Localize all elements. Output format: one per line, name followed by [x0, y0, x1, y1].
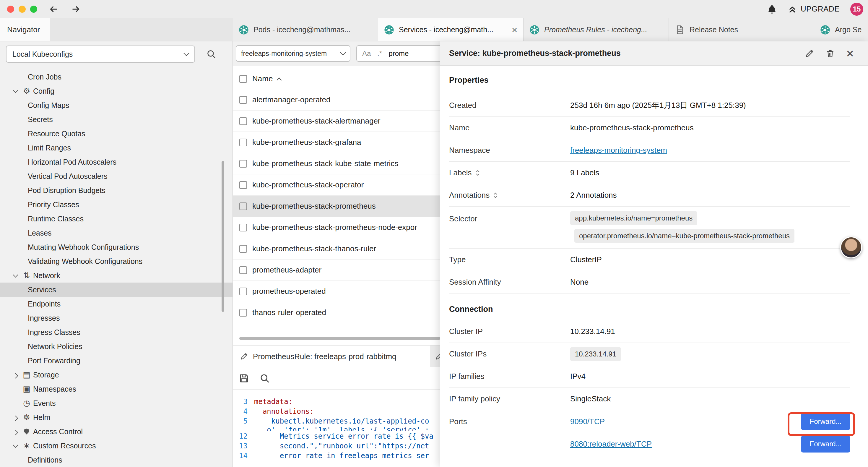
property-value: SingleStack [570, 394, 611, 404]
navigator-tab[interactable]: Navigator [0, 18, 50, 41]
port-forward-button[interactable]: Forward... [801, 436, 850, 453]
chevron-icon[interactable] [10, 84, 21, 98]
sidebar-item[interactable]: Cron Jobs [0, 70, 232, 84]
row-checkbox[interactable] [239, 245, 247, 253]
editor-tab[interactable]: Argo Se × [814, 18, 868, 41]
row-checkbox[interactable] [239, 266, 247, 274]
port-link[interactable]: 9090/TCP [570, 417, 605, 426]
row-checkbox[interactable] [239, 309, 247, 317]
sidebar-item[interactable]: Mutating Webhook Configurations [0, 240, 232, 254]
sidebar-item[interactable]: Endpoints [0, 297, 232, 311]
sort-ascending-icon[interactable] [277, 78, 282, 83]
editor-tab[interactable]: Prometheus Rules - icecheng... × [524, 18, 669, 41]
expand-collapse-icon[interactable] [493, 192, 498, 199]
row-checkbox[interactable] [239, 181, 247, 189]
line-code: metadata: [254, 398, 292, 406]
sidebar-item[interactable]: ▤ Storage [0, 368, 232, 382]
name-column-header[interactable]: Name [252, 74, 273, 83]
port-link[interactable]: 8080:reloader-web/TCP [570, 439, 652, 449]
notifications-bell-icon[interactable] [767, 4, 777, 14]
regex-toggle[interactable]: .* [377, 49, 382, 58]
row-checkbox[interactable] [239, 139, 247, 146]
sidebar-item[interactable]: Network Policies [0, 339, 232, 353]
close-window-button[interactable] [7, 6, 14, 13]
sidebar-item[interactable]: Limit Ranges [0, 141, 232, 155]
close-tab-icon[interactable]: × [512, 25, 517, 35]
chevron-icon[interactable] [10, 439, 21, 453]
editor-search-icon[interactable] [259, 373, 270, 384]
row-checkbox[interactable] [239, 117, 247, 125]
sidebar-item-label: Namespaces [33, 385, 76, 393]
back-button[interactable] [49, 4, 59, 14]
sidebar-search-icon[interactable] [206, 49, 216, 59]
avatar[interactable] [840, 236, 862, 258]
minimize-window-button[interactable] [19, 6, 26, 13]
sidebar-item[interactable]: Secrets [0, 112, 232, 126]
service-name: kube-prometheus-stack-grafana [252, 138, 361, 147]
row-checkbox[interactable] [239, 160, 247, 168]
sidebar-item[interactable]: Horizontal Pod Autoscalers [0, 155, 232, 169]
sidebar-item[interactable]: Vertical Pod Autoscalers [0, 169, 232, 183]
sidebar-item[interactable]: Services [0, 283, 232, 297]
chevron-icon[interactable] [10, 368, 21, 382]
select-all-checkbox[interactable] [239, 75, 247, 83]
sidebar-item[interactable]: Leases [0, 226, 232, 240]
close-drawer-icon[interactable]: × [846, 47, 854, 60]
sidebar-item[interactable]: Validating Webhook Configurations [0, 254, 232, 268]
chevron-icon[interactable] [10, 396, 21, 410]
namespace-link[interactable]: freeleaps-monitoring-system [570, 146, 667, 155]
sidebar-item[interactable]: Config Maps [0, 98, 232, 112]
row-checkbox[interactable] [239, 202, 247, 210]
sidebar-item[interactable]: ☸ Helm [0, 410, 232, 425]
notification-count-badge[interactable]: 15 [850, 3, 863, 16]
match-case-toggle[interactable]: Aa [362, 49, 371, 58]
upgrade-button[interactable]: UPGRADE [788, 4, 840, 14]
sidebar-scrollbar[interactable] [222, 161, 224, 312]
row-checkbox[interactable] [239, 96, 247, 104]
forward-button[interactable] [70, 4, 81, 14]
chevron-icon[interactable] [10, 410, 21, 425]
row-checkbox[interactable] [239, 224, 247, 231]
sidebar-item-label: Services [28, 286, 56, 294]
maximize-window-button[interactable] [30, 6, 37, 13]
trash-icon[interactable] [826, 49, 835, 58]
row-checkbox[interactable] [239, 288, 247, 295]
chevron-icon[interactable] [10, 382, 21, 396]
sidebar-item[interactable]: Ingress Classes [0, 325, 232, 339]
sidebar-item[interactable]: Resource Quotas [0, 126, 232, 141]
property-label: Labels [449, 168, 472, 177]
chevron-icon[interactable] [10, 425, 21, 439]
sidebar-item[interactable]: Port Forwarding [0, 353, 232, 368]
sidebar-item-label: Mutating Webhook Configurations [28, 243, 139, 252]
sidebar-item[interactable]: ⚙ Config [0, 84, 232, 98]
sidebar-item[interactable]: ◷ Events [0, 396, 232, 410]
kubeconfig-select[interactable]: Local Kubeconfigs [6, 46, 195, 63]
sidebar-item[interactable]: Priority Classes [0, 198, 232, 212]
horizontal-scrollbar[interactable] [239, 337, 440, 340]
sidebar-item-label: Storage [33, 371, 59, 379]
editor-tab[interactable]: Services - icecheng@math... × [378, 18, 524, 41]
sidebar-item[interactable]: Runtime Classes [0, 212, 232, 226]
sidebar-item[interactable]: Access Control [0, 425, 232, 439]
editor-tab[interactable]: Pods - icecheng@mathmas... × [233, 18, 378, 41]
namespace-select[interactable]: freeleaps-monitoring-system [236, 45, 350, 62]
tab-label: Prometheus Rules - icecheng... [544, 25, 647, 34]
property-row-type: Type ClusterIP [449, 249, 850, 271]
chevron-icon[interactable] [10, 268, 21, 283]
sidebar-item[interactable]: ∗ Custom Resources [0, 439, 232, 453]
sidebar-item[interactable]: Pod Disruption Budgets [0, 183, 232, 198]
dock-editor-tab-partial[interactable] [433, 346, 441, 368]
dock-editor-tab[interactable]: PrometheusRule: freeleaps-prod-rabbitmq [233, 346, 430, 368]
editor-tab[interactable]: Release Notes × [669, 18, 814, 41]
line-code: second.","runbook_url":"https://net [254, 442, 429, 450]
property-row-ip-family-policy: IP family policy SingleStack [449, 388, 850, 410]
sidebar-item-label: Cron Jobs [28, 73, 61, 81]
save-icon[interactable] [239, 373, 249, 384]
sidebar-item[interactable]: ⇅ Network [0, 268, 232, 283]
expand-collapse-icon[interactable] [475, 169, 480, 177]
sidebar-item[interactable]: Ingresses [0, 311, 232, 325]
sidebar-item-label: Horizontal Pod Autoscalers [28, 158, 116, 167]
sidebar-item[interactable]: Definitions [0, 453, 232, 467]
edit-icon[interactable] [805, 49, 814, 58]
sidebar-item[interactable]: ▣ Namespaces [0, 382, 232, 396]
